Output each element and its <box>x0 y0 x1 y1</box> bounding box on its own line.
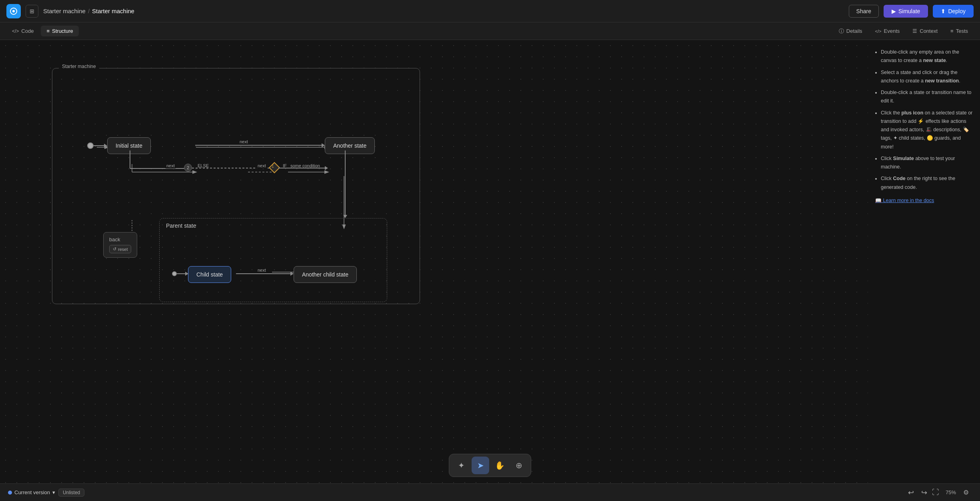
initial-arrow-head <box>104 144 107 148</box>
parent-state-label: Parent state <box>166 222 196 229</box>
tab-structure[interactable]: ≡ Structure <box>41 26 78 36</box>
bottom-bar: Current version ▾ Unlisted ↩ ↪ ⛶ 75% ⚙ <box>0 483 980 501</box>
hint-item-2: Select a state and click or drag the anc… <box>881 68 973 86</box>
tab-tests-icon: ≡ <box>950 28 954 34</box>
cursor-icon: ➤ <box>477 461 484 470</box>
app-logo[interactable] <box>6 4 21 18</box>
state-initial-label: Initial state <box>116 142 142 149</box>
redo-button[interactable]: ↪ <box>919 487 930 499</box>
down-line-to-parent <box>345 150 346 216</box>
undo-button[interactable]: ↩ <box>906 487 916 499</box>
tab-code-label: Code <box>21 28 34 34</box>
back-box: back ↺ reset <box>103 232 137 258</box>
sparkle-icon: ✦ <box>458 461 465 470</box>
main-area: Starter machine Initial state next Anoth… <box>0 40 980 483</box>
transition-label-next-1: next <box>238 139 250 144</box>
top-nav: ⊞ Starter machine / Starter machine Shar… <box>0 0 980 22</box>
learn-more-link[interactable]: 📖 Learn more in the docs <box>875 198 934 203</box>
tool-add-button[interactable]: ⊕ <box>510 457 528 474</box>
chevron-down-icon: ▾ <box>52 489 55 495</box>
fullscreen-button[interactable]: ⛶ <box>930 487 942 498</box>
hint-item-1: Double-click any empty area on the canva… <box>881 48 973 65</box>
deploy-label: Deploy <box>948 8 966 14</box>
version-dot-icon <box>8 491 12 495</box>
child-initial-dot <box>172 271 177 276</box>
simulate-icon: ▶ <box>892 8 896 14</box>
arrowhead-child-another <box>290 272 294 276</box>
initial-state-dot <box>87 142 94 149</box>
hint-item-5: Click Simulate above to test your machin… <box>881 154 973 172</box>
current-version-label: Current version <box>14 489 50 495</box>
canvas[interactable]: Starter machine Initial state next Anoth… <box>0 40 868 483</box>
tab-events[interactable]: </> Events <box>870 26 906 36</box>
deploy-button[interactable]: ⬆ Deploy <box>933 5 974 18</box>
tab-events-label: Events <box>884 28 900 34</box>
tab-context[interactable]: ☰ Context <box>907 26 943 36</box>
tool-cursor-button[interactable]: ➤ <box>472 457 489 474</box>
state-child-label: Child state <box>196 271 223 278</box>
badge-diamond-label: 1 <box>272 164 274 168</box>
tab-code[interactable]: </> Code <box>6 26 39 36</box>
transition-label-next-if: next <box>256 163 268 168</box>
breadcrumb-parent[interactable]: Starter machine <box>43 8 86 14</box>
floating-toolbar: ✦ ➤ ✋ ⊕ <box>449 454 531 477</box>
tab-details-label: Details <box>846 28 862 34</box>
breadcrumb: Starter machine / Starter machine <box>43 8 134 14</box>
state-another-child-label: Another child state <box>302 271 348 278</box>
arrow-initial-another <box>195 145 323 146</box>
hint-list: Double-click any empty area on the canva… <box>875 48 973 192</box>
arrow-child-another <box>236 273 292 274</box>
reset-label: reset <box>118 247 128 252</box>
back-label: back <box>109 236 131 242</box>
hint-panel: Double-click any empty area on the canva… <box>868 40 980 483</box>
transition-label-next-2: next <box>165 163 176 168</box>
zoom-level: 75% <box>942 489 960 495</box>
breadcrumb-current: Starter machine <box>92 8 134 14</box>
machine-label: Starter machine <box>59 64 99 69</box>
share-button[interactable]: Share <box>849 5 879 18</box>
state-another-label: Another state <box>333 142 366 149</box>
tab-details-icon: ⓘ <box>839 28 844 35</box>
tool-hand-button[interactable]: ✋ <box>491 457 508 474</box>
arrowhead-diamond <box>325 166 328 170</box>
tab-details[interactable]: ⓘ Details <box>833 25 868 37</box>
tab-context-icon: ☰ <box>912 28 917 34</box>
reset-icon: ↺ <box>113 246 116 252</box>
hand-icon: ✋ <box>495 461 505 470</box>
simulate-label: Simulate <box>898 8 920 14</box>
tab-context-label: Context <box>920 28 938 34</box>
state-another-child[interactable]: Another child state <box>294 266 357 283</box>
down-line-1 <box>130 150 130 168</box>
hint-item-4: Click the plus icon on a selected state … <box>881 109 973 151</box>
layout-toggle-button[interactable]: ⊞ <box>26 5 38 18</box>
unlisted-badge: Unlisted <box>58 489 84 497</box>
parent-state-box[interactable]: Parent state <box>159 218 387 302</box>
simulate-button[interactable]: ▶ Simulate <box>884 5 928 18</box>
arrowhead-to-parent <box>343 215 347 218</box>
tab-structure-label: Structure <box>52 28 73 34</box>
svg-point-1 <box>12 10 15 12</box>
tab-events-icon: </> <box>875 29 882 34</box>
tab-tests-label: Tests <box>956 28 968 34</box>
add-icon: ⊕ <box>516 461 522 470</box>
horiz-line-cond <box>130 168 190 169</box>
state-another[interactable]: Another state <box>325 137 375 154</box>
line-after-diamond <box>278 168 326 168</box>
current-version-button[interactable]: Current version ▾ <box>8 489 55 495</box>
secondary-nav: </> Code ≡ Structure ⓘ Details </> Event… <box>0 22 980 40</box>
tab-code-icon: </> <box>12 28 19 34</box>
badge-circle-2: 2 <box>184 164 192 172</box>
state-child[interactable]: Child state <box>188 266 231 283</box>
reset-button[interactable]: ↺ reset <box>109 245 131 253</box>
undo-redo-group: ↩ ↪ <box>906 487 930 499</box>
tab-tests[interactable]: ≡ Tests <box>945 26 974 36</box>
deploy-icon: ⬆ <box>941 8 946 14</box>
breadcrumb-separator: / <box>88 8 90 14</box>
hint-item-3: Double-click a state or transition name … <box>881 88 973 106</box>
tool-sparkle-button[interactable]: ✦ <box>452 457 470 474</box>
settings-button[interactable]: ⚙ <box>960 487 972 499</box>
arrowhead-initial-another <box>322 143 325 147</box>
hint-item-6: Click Code on the right to see the gener… <box>881 174 973 192</box>
transition-label-child-next: next <box>256 267 268 273</box>
state-initial[interactable]: Initial state <box>107 137 151 154</box>
